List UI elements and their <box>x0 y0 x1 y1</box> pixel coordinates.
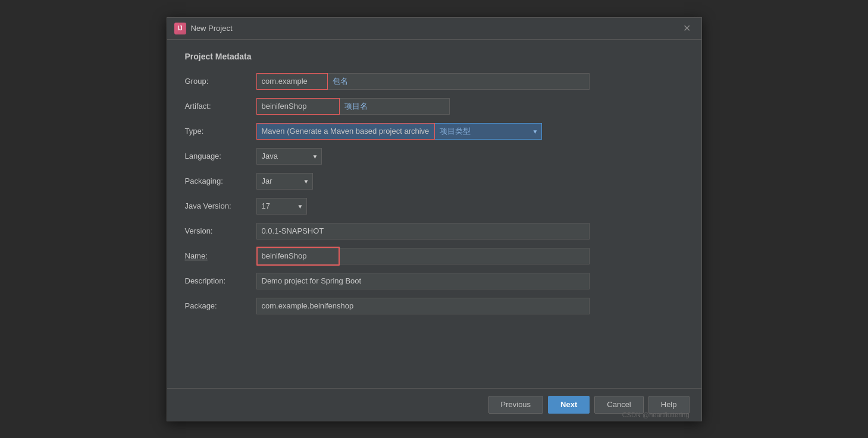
language-label: Language: <box>185 152 250 160</box>
artifact-label: Artifact: <box>185 102 250 111</box>
type-label: Type: <box>185 127 250 136</box>
form-content: Project Metadata Group: Artifact: Type: <box>167 40 701 388</box>
artifact-row: Artifact: <box>185 98 684 115</box>
artifact-input-container <box>256 98 450 115</box>
new-project-dialog: IJ New Project ✕ Project Metadata Group:… <box>167 17 702 421</box>
type-input[interactable] <box>256 123 435 140</box>
package-input[interactable] <box>256 298 590 314</box>
name-input-wrapper <box>256 248 590 264</box>
description-row: Description: <box>185 273 684 289</box>
group-input-container <box>256 73 590 90</box>
group-input[interactable] <box>256 73 328 90</box>
name-label: Name: <box>185 251 250 260</box>
description-label: Description: <box>185 276 250 285</box>
group-row: Group: <box>185 73 684 90</box>
type-select[interactable]: 项目类型 <box>435 123 542 140</box>
app-icon: IJ <box>174 23 186 34</box>
footer: Previous Next Cancel Help CSDN @heartflu… <box>167 388 701 421</box>
language-select[interactable]: Java Kotlin Groovy <box>256 148 322 165</box>
language-select-wrapper: Java Kotlin Groovy <box>256 148 322 165</box>
type-select-wrapper: 项目类型 <box>435 123 542 140</box>
section-title: Project Metadata <box>185 52 684 61</box>
name-input[interactable] <box>256 248 590 264</box>
java-version-select[interactable]: 17 11 8 <box>256 198 307 215</box>
version-label: Version: <box>185 226 250 235</box>
type-row: Type: 项目类型 <box>185 123 684 140</box>
packaging-select[interactable]: Jar War <box>256 173 313 190</box>
package-label: Package: <box>185 301 250 310</box>
close-button[interactable]: ✕ <box>679 23 694 34</box>
type-container: 项目类型 <box>256 123 542 140</box>
version-row: Version: <box>185 223 684 240</box>
window-title: New Project <box>191 24 233 33</box>
artifact-annotation-input[interactable] <box>340 98 450 115</box>
package-row: Package: <box>185 298 684 314</box>
java-version-row: Java Version: 17 11 8 <box>185 198 684 215</box>
watermark: CSDN @heartfluttering <box>622 411 690 418</box>
packaging-row: Packaging: Jar War <box>185 173 684 190</box>
title-bar: IJ New Project ✕ <box>167 18 701 40</box>
packaging-select-wrapper: Jar War <box>256 173 313 190</box>
previous-button[interactable]: Previous <box>488 396 544 414</box>
next-button[interactable]: Next <box>548 396 590 414</box>
description-input[interactable] <box>256 273 590 289</box>
packaging-label: Packaging: <box>185 177 250 185</box>
java-version-select-wrapper: 17 11 8 <box>256 198 307 215</box>
java-version-label: Java Version: <box>185 201 250 210</box>
artifact-input[interactable] <box>256 98 340 115</box>
group-annotation-input[interactable] <box>328 73 590 90</box>
language-row: Language: Java Kotlin Groovy <box>185 148 684 165</box>
title-bar-left: IJ New Project <box>174 23 233 34</box>
name-row: Name: <box>185 248 684 264</box>
version-input[interactable] <box>256 223 590 240</box>
group-label: Group: <box>185 77 250 86</box>
